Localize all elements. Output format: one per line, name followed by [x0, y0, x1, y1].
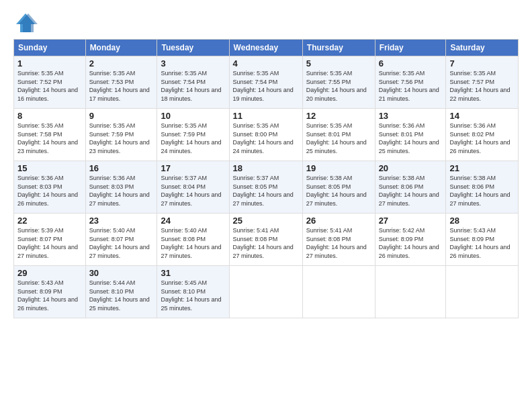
logo-icon: [13, 11, 38, 35]
weekday-header-thursday: Thursday: [302, 40, 375, 56]
day-cell: 21Sunrise: 5:38 AMSunset: 8:06 PMDayligh…: [446, 161, 519, 214]
day-number: 4: [233, 58, 299, 68]
day-cell: 18Sunrise: 5:37 AMSunset: 8:05 PMDayligh…: [229, 161, 302, 214]
day-number: 7: [449, 58, 515, 68]
logo: [13, 11, 40, 35]
day-cell: 15Sunrise: 5:36 AMSunset: 8:03 PMDayligh…: [14, 161, 86, 214]
day-info: Sunrise: 5:45 AMSunset: 8:10 PMDaylight:…: [161, 279, 225, 312]
day-info: Sunrise: 5:35 AMSunset: 7:58 PMDaylight:…: [17, 122, 82, 155]
day-info: Sunrise: 5:41 AMSunset: 8:08 PMDaylight:…: [306, 226, 371, 260]
day-number: 11: [233, 111, 299, 121]
day-cell: 4Sunrise: 5:35 AMSunset: 7:54 PMDaylight…: [229, 56, 302, 109]
weekday-header-friday: Friday: [375, 40, 446, 56]
day-cell: 25Sunrise: 5:41 AMSunset: 8:08 PMDayligh…: [229, 214, 302, 266]
day-number: 25: [233, 216, 299, 226]
day-info: Sunrise: 5:44 AMSunset: 8:10 PMDaylight:…: [89, 279, 154, 312]
day-number: 13: [379, 111, 443, 121]
day-info: Sunrise: 5:41 AMSunset: 8:08 PMDaylight:…: [233, 226, 299, 260]
day-number: 9: [89, 111, 154, 121]
day-number: 6: [379, 58, 443, 68]
day-info: Sunrise: 5:38 AMSunset: 8:06 PMDaylight:…: [379, 174, 443, 208]
day-number: 23: [89, 216, 154, 226]
day-number: 12: [306, 111, 371, 121]
day-cell: 13Sunrise: 5:36 AMSunset: 8:01 PMDayligh…: [375, 109, 446, 161]
page: SundayMondayTuesdayWednesdayThursdayFrid…: [0, 0, 532, 411]
day-number: 8: [17, 111, 82, 121]
day-number: 16: [89, 163, 154, 173]
week-row-4: 22Sunrise: 5:39 AMSunset: 8:07 PMDayligh…: [14, 214, 519, 266]
day-number: 15: [17, 163, 82, 173]
day-number: 29: [17, 268, 82, 278]
day-number: 18: [233, 163, 299, 173]
day-info: Sunrise: 5:36 AMSunset: 8:02 PMDaylight:…: [449, 122, 515, 155]
day-info: Sunrise: 5:43 AMSunset: 8:09 PMDaylight:…: [449, 226, 515, 260]
day-cell: 24Sunrise: 5:40 AMSunset: 8:08 PMDayligh…: [157, 214, 229, 266]
day-info: Sunrise: 5:35 AMSunset: 8:00 PMDaylight:…: [233, 122, 299, 155]
day-cell: 11Sunrise: 5:35 AMSunset: 8:00 PMDayligh…: [229, 109, 302, 161]
week-row-5: 29Sunrise: 5:43 AMSunset: 8:09 PMDayligh…: [14, 266, 519, 318]
week-row-3: 15Sunrise: 5:36 AMSunset: 8:03 PMDayligh…: [14, 161, 519, 214]
day-cell: 14Sunrise: 5:36 AMSunset: 8:02 PMDayligh…: [446, 109, 519, 161]
day-cell: [446, 266, 519, 318]
weekday-header-wednesday: Wednesday: [229, 40, 302, 56]
day-number: 28: [449, 216, 515, 226]
day-cell: 23Sunrise: 5:40 AMSunset: 8:07 PMDayligh…: [85, 214, 157, 266]
day-cell: 22Sunrise: 5:39 AMSunset: 8:07 PMDayligh…: [14, 214, 86, 266]
day-cell: [375, 266, 446, 318]
day-cell: 3Sunrise: 5:35 AMSunset: 7:54 PMDaylight…: [157, 56, 229, 109]
day-cell: 12Sunrise: 5:35 AMSunset: 8:01 PMDayligh…: [302, 109, 375, 161]
day-info: Sunrise: 5:35 AMSunset: 7:59 PMDaylight:…: [161, 122, 225, 155]
day-cell: [229, 266, 302, 318]
day-number: 26: [306, 216, 371, 226]
day-number: 24: [161, 216, 225, 226]
day-cell: 6Sunrise: 5:35 AMSunset: 7:56 PMDaylight…: [375, 56, 446, 109]
weekday-header-saturday: Saturday: [446, 40, 519, 56]
day-info: Sunrise: 5:39 AMSunset: 8:07 PMDaylight:…: [17, 226, 82, 260]
day-info: Sunrise: 5:35 AMSunset: 7:55 PMDaylight:…: [306, 69, 371, 103]
day-info: Sunrise: 5:35 AMSunset: 7:56 PMDaylight:…: [379, 69, 443, 103]
day-cell: 19Sunrise: 5:38 AMSunset: 8:05 PMDayligh…: [302, 161, 375, 214]
day-number: 2: [89, 58, 154, 68]
day-number: 19: [306, 163, 371, 173]
day-info: Sunrise: 5:37 AMSunset: 8:05 PMDaylight:…: [233, 174, 299, 208]
day-info: Sunrise: 5:40 AMSunset: 8:08 PMDaylight:…: [161, 226, 225, 260]
day-number: 17: [161, 163, 225, 173]
day-cell: 7Sunrise: 5:35 AMSunset: 7:57 PMDaylight…: [446, 56, 519, 109]
weekday-header-tuesday: Tuesday: [157, 40, 229, 56]
day-info: Sunrise: 5:35 AMSunset: 7:54 PMDaylight:…: [161, 69, 225, 103]
day-cell: 2Sunrise: 5:35 AMSunset: 7:53 PMDaylight…: [85, 56, 157, 109]
day-info: Sunrise: 5:35 AMSunset: 7:53 PMDaylight:…: [89, 69, 154, 103]
day-cell: [302, 266, 375, 318]
day-cell: 9Sunrise: 5:35 AMSunset: 7:59 PMDaylight…: [85, 109, 157, 161]
day-number: 21: [449, 163, 515, 173]
day-info: Sunrise: 5:36 AMSunset: 8:01 PMDaylight:…: [379, 122, 443, 155]
day-info: Sunrise: 5:42 AMSunset: 8:09 PMDaylight:…: [379, 226, 443, 260]
day-number: 31: [161, 268, 225, 278]
day-cell: 10Sunrise: 5:35 AMSunset: 7:59 PMDayligh…: [157, 109, 229, 161]
day-info: Sunrise: 5:40 AMSunset: 8:07 PMDaylight:…: [89, 226, 154, 260]
day-number: 27: [379, 216, 443, 226]
day-cell: 28Sunrise: 5:43 AMSunset: 8:09 PMDayligh…: [446, 214, 519, 266]
day-number: 3: [161, 58, 225, 68]
day-info: Sunrise: 5:35 AMSunset: 7:54 PMDaylight:…: [233, 69, 299, 103]
day-cell: 27Sunrise: 5:42 AMSunset: 8:09 PMDayligh…: [375, 214, 446, 266]
day-info: Sunrise: 5:37 AMSunset: 8:04 PMDaylight:…: [161, 174, 225, 208]
day-cell: 8Sunrise: 5:35 AMSunset: 7:58 PMDaylight…: [14, 109, 86, 161]
day-info: Sunrise: 5:43 AMSunset: 8:09 PMDaylight:…: [17, 279, 82, 312]
weekday-header-monday: Monday: [85, 40, 157, 56]
weekday-header-row: SundayMondayTuesdayWednesdayThursdayFrid…: [14, 40, 519, 56]
day-cell: 30Sunrise: 5:44 AMSunset: 8:10 PMDayligh…: [85, 266, 157, 318]
day-info: Sunrise: 5:35 AMSunset: 7:57 PMDaylight:…: [449, 69, 515, 103]
week-row-1: 1Sunrise: 5:35 AMSunset: 7:52 PMDaylight…: [14, 56, 519, 109]
day-number: 5: [306, 58, 371, 68]
day-number: 1: [17, 58, 82, 68]
day-number: 30: [89, 268, 154, 278]
header: [13, 11, 519, 35]
day-cell: 16Sunrise: 5:36 AMSunset: 8:03 PMDayligh…: [85, 161, 157, 214]
day-cell: 26Sunrise: 5:41 AMSunset: 8:08 PMDayligh…: [302, 214, 375, 266]
day-number: 14: [449, 111, 515, 121]
day-info: Sunrise: 5:36 AMSunset: 8:03 PMDaylight:…: [89, 174, 154, 208]
day-number: 20: [379, 163, 443, 173]
day-cell: 31Sunrise: 5:45 AMSunset: 8:10 PMDayligh…: [157, 266, 229, 318]
day-info: Sunrise: 5:38 AMSunset: 8:05 PMDaylight:…: [306, 174, 371, 208]
